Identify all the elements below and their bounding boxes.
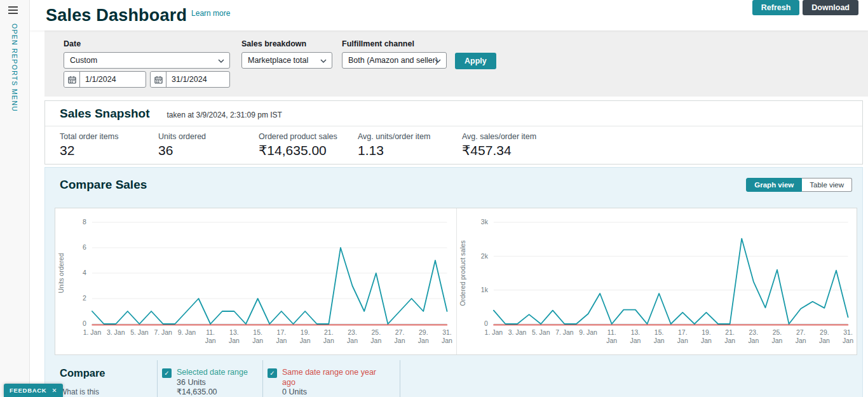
svg-text:1. Jan: 1. Jan — [484, 329, 503, 336]
svg-text:29.Jan: 29.Jan — [818, 329, 829, 344]
svg-text:13.Jan: 13.Jan — [229, 329, 240, 344]
svg-text:4: 4 — [83, 269, 86, 276]
legend-item-units: 36 Units — [177, 378, 248, 388]
date-filter-group: Date Custom — [64, 39, 230, 88]
stat-avg-sales-order-item: Avg. sales/order item ₹457.34 — [462, 132, 536, 158]
close-icon[interactable]: ✕ — [51, 387, 57, 394]
end-date-input[interactable] — [166, 72, 229, 87]
svg-text:21.Jan: 21.Jan — [724, 329, 735, 344]
learn-more-link[interactable]: Learn more — [191, 9, 230, 18]
table-view-button[interactable]: Table view — [802, 178, 852, 192]
compare-legend-row: Compare What is this ✓ Selected date ran… — [45, 360, 862, 397]
svg-text:8: 8 — [83, 219, 86, 225]
stat-label: Avg. sales/order item — [462, 132, 536, 141]
compare-sales-section: Compare Sales Graph view Table view 0246… — [44, 167, 863, 397]
date-inputs-row — [64, 71, 230, 88]
calendar-icon[interactable] — [151, 72, 166, 87]
svg-text:15.Jan: 15.Jan — [252, 329, 263, 344]
stat-units-ordered: Units ordered 36 — [158, 132, 259, 158]
svg-text:0: 0 — [484, 320, 488, 327]
feedback-button[interactable]: FEEDBACK ✕ — [4, 384, 63, 397]
fulfillment-selected-value: Both (Amazon and seller) — [348, 56, 438, 65]
fulfillment-channel-select[interactable]: Both (Amazon and seller) — [342, 52, 447, 69]
svg-text:5. Jan: 5. Jan — [130, 329, 149, 336]
fulfillment-channel-label: Fulfillment channel — [342, 39, 447, 48]
open-reports-menu-link[interactable]: OPEN REPORTS MENU — [11, 24, 18, 112]
date-range-select[interactable]: Custom — [64, 52, 230, 69]
hamburger-menu-icon[interactable] — [8, 6, 18, 14]
svg-text:27.Jan: 27.Jan — [395, 329, 405, 344]
stat-ordered-product-sales: Ordered product sales ₹14,635.00 — [259, 132, 358, 158]
svg-text:9. Jan: 9. Jan — [178, 329, 196, 336]
svg-text:Units ordered: Units ordered — [58, 253, 65, 293]
stat-value: ₹14,635.00 — [259, 143, 358, 158]
header-actions: Refresh Download — [752, 0, 858, 15]
legend-item-units: 0 Units — [282, 387, 383, 397]
legend-item-texts: Selected date range 36 Units ₹14,635.00 — [177, 368, 248, 397]
end-date-field[interactable] — [150, 71, 230, 88]
snapshot-stats-row: Total order items 32 Units ordered 36 Or… — [45, 126, 862, 164]
svg-text:Ordered product sales: Ordered product sales — [459, 240, 466, 306]
legend-item-prior-year: ✓ Same date range one year ago 0 Units — [262, 360, 400, 397]
legend-item-label: Same date range one year ago — [282, 368, 383, 387]
fulfillment-channel-group: Fulfillment channel Both (Amazon and sel… — [342, 39, 447, 69]
stat-label: Units ordered — [158, 132, 259, 141]
svg-text:1k: 1k — [480, 286, 488, 293]
selected-range-checkbox[interactable]: ✓ — [162, 368, 172, 378]
ordered-product-sales-chart: 01k2k3k1. Jan3. Jan5. Jan7. Jan9. Jan11.… — [457, 208, 857, 354]
legend-item-label: Selected date range — [177, 368, 248, 378]
what-is-this-link[interactable]: What is this — [60, 387, 99, 396]
svg-text:17.Jan: 17.Jan — [276, 329, 287, 344]
graph-view-button[interactable]: Graph view — [746, 178, 802, 192]
svg-text:25.Jan: 25.Jan — [370, 329, 381, 344]
download-button[interactable]: Download — [803, 0, 858, 15]
stat-label: Ordered product sales — [259, 132, 358, 141]
main-content: Sales Dashboard Learn more Refresh Downl… — [30, 0, 868, 397]
start-date-field[interactable] — [64, 71, 146, 88]
svg-text:0: 0 — [83, 320, 86, 327]
sales-breakdown-group: Sales breakdown Marketplace total — [241, 39, 332, 69]
date-filter-label: Date — [64, 39, 230, 48]
svg-text:9. Jan: 9. Jan — [579, 329, 597, 336]
chevron-down-icon — [435, 59, 441, 63]
sales-breakdown-label: Sales breakdown — [241, 39, 332, 48]
page-header: Sales Dashboard Learn more Refresh Downl… — [30, 0, 868, 30]
svg-text:23.Jan: 23.Jan — [748, 329, 759, 344]
svg-text:17.Jan: 17.Jan — [677, 329, 688, 344]
charts-card: 024681. Jan3. Jan5. Jan7. Jan9. Jan11.Ja… — [55, 208, 857, 355]
sales-breakdown-select[interactable]: Marketplace total — [241, 52, 332, 69]
svg-text:6: 6 — [83, 244, 86, 251]
svg-text:23.Jan: 23.Jan — [347, 329, 358, 344]
feedback-label: FEEDBACK — [10, 387, 46, 394]
svg-text:25.Jan: 25.Jan — [771, 329, 782, 344]
stat-label: Total order items — [60, 132, 158, 141]
reports-sidebar: OPEN REPORTS MENU — [0, 0, 30, 397]
stat-value: 1.13 — [358, 143, 462, 158]
date-range-selected-value: Custom — [70, 56, 97, 65]
start-date-input[interactable] — [80, 72, 146, 87]
refresh-button[interactable]: Refresh — [752, 0, 800, 15]
calendar-icon[interactable] — [64, 72, 80, 87]
svg-text:31.Jan: 31.Jan — [442, 329, 452, 344]
compare-sales-header: Compare Sales Graph view Table view — [45, 168, 862, 192]
prior-year-checkbox[interactable]: ✓ — [268, 368, 277, 378]
svg-text:1. Jan: 1. Jan — [83, 329, 102, 336]
stat-total-order-items: Total order items 32 — [60, 132, 158, 158]
stat-value: ₹457.34 — [462, 143, 536, 158]
svg-text:29.Jan: 29.Jan — [418, 329, 429, 344]
compare-heading: Compare — [60, 367, 157, 379]
svg-text:3. Jan: 3. Jan — [508, 329, 526, 336]
legend-item-texts: Same date range one year ago 0 Units — [282, 368, 383, 397]
filters-bar: Date Custom — [44, 30, 868, 97]
sales-snapshot-title: Sales Snapshot — [60, 107, 150, 121]
units-ordered-chart-container: 024681. Jan3. Jan5. Jan7. Jan9. Jan11.Ja… — [55, 208, 456, 354]
legend-item-sales: ₹14,635.00 — [177, 387, 248, 397]
chevron-down-icon — [218, 59, 224, 63]
apply-button[interactable]: Apply — [455, 53, 496, 69]
svg-text:3. Jan: 3. Jan — [107, 329, 125, 336]
svg-text:7. Jan: 7. Jan — [555, 329, 574, 336]
sales-breakdown-selected-value: Marketplace total — [248, 56, 308, 65]
view-toggle: Graph view Table view — [746, 178, 852, 192]
page-title: Sales Dashboard — [46, 6, 187, 25]
stat-avg-units-order-item: Avg. units/order item 1.13 — [358, 132, 462, 158]
